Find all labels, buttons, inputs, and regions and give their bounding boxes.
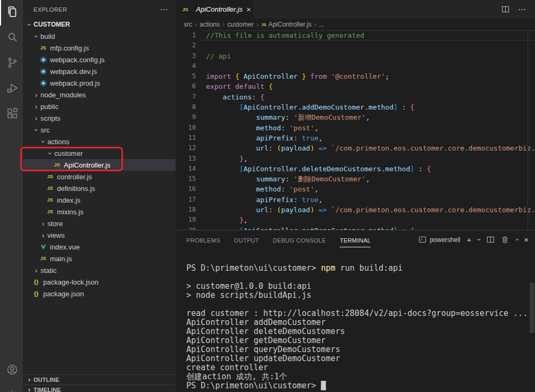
code-text: actions: { [201,92,535,102]
tree-item-label: node_modules [40,91,86,99]
code-line-11: 11 apiPrefix: true, [176,133,535,143]
code-line-2: 2 [176,40,535,51]
tab-close-icon[interactable]: × [246,5,251,14]
line-number: 8 [176,102,201,112]
tree-item-mfp-config-js[interactable]: JSmfp.config.js [23,42,176,54]
activitybar-extensions[interactable] [0,102,23,128]
tree-item-label: src [40,126,50,134]
split-terminal-icon[interactable] [487,236,495,244]
line-number: 15 [176,174,201,184]
tree-item-public[interactable]: ›public [23,101,176,112]
tree-item-mixins-js[interactable]: JSmixins.js [23,206,176,218]
tree-item-src[interactable]: ›src [23,124,176,136]
tree-item-label: index.js [57,196,80,204]
terminal-shell-selector[interactable]: powershell [418,236,460,244]
terminal-line-10: ApiController queryDemoCustomers [186,345,528,354]
code-editor[interactable]: 1//This file is automatically generated2… [176,30,535,230]
breadcrumb-item-[interactable]: ... [319,21,324,28]
tree-item-label: build [40,32,55,40]
tree-item-customer[interactable]: ›CUSTOMER [23,19,176,30]
chevron-expanded-icon: › [46,149,54,157]
terminal-scrollbar[interactable] [530,282,534,333]
activitybar-run-debug[interactable] [0,77,23,102]
explorer-more-actions-icon[interactable]: ⋯ [160,5,168,14]
webpack-file-icon [39,79,47,87]
more-actions-icon[interactable]: ⋯ [518,5,526,14]
breadcrumb-item-actions[interactable]: actions [200,21,220,28]
terminal-output[interactable]: PS D:\primeton\ui\customer> npm run buil… [186,264,528,392]
tree-item-package-json[interactable]: {}package.json [23,288,176,299]
files-icon [6,5,19,20]
line-number: 4 [176,61,201,71]
tree-item-webpack-dev-js[interactable]: webpack.dev.js [23,65,176,77]
code-text: //This file is automatically generated [201,30,535,40]
code-line-4: 4 [176,61,535,71]
tree-item-main-js[interactable]: JSmain.js [23,253,176,264]
chevron-collapsed-icon: › [39,231,47,239]
tree-item-label: webpack.prod.js [50,79,100,87]
tree-item-controller-js[interactable]: JScontroller.js [23,171,176,182]
breadcrumb-separator-icon: › [223,21,225,28]
panel-tab-output[interactable]: OUTPUT [234,232,259,247]
code-line-6: 6export default { [176,81,535,91]
kill-terminal-icon[interactable] [501,236,509,244]
terminal-line-12: create controller [186,363,528,372]
tree-item-label: main.js [50,255,72,263]
tree-item-node-modules[interactable]: ›node_modules [23,89,176,101]
activitybar-source-control[interactable] [0,51,23,77]
tree-item-definitions-js[interactable]: JSdefinitions.js [23,182,176,194]
tree-item-index-js[interactable]: JSindex.js [23,194,176,206]
tree-item-label: mixins.js [57,208,84,216]
tree-item-static[interactable]: ›static [23,264,176,276]
chevron-collapsed-icon: › [32,91,40,99]
activitybar-settings[interactable] [0,383,23,392]
code-text: method: 'post', [201,123,535,133]
code-text: apiPrefix: true, [201,195,535,205]
split-editor-icon[interactable] [501,5,509,13]
terminal-line-5 [186,300,528,309]
tree-item-label: package-lock.json [43,278,98,286]
tree-item-apicontroller-js[interactable]: JSApiController.js [23,159,176,171]
terminal-dropdown-icon[interactable]: › [478,236,480,244]
tab-apicontroller-js[interactable]: JS ApiController.js × [176,0,253,19]
tree-item-index-vue[interactable]: index.vue [23,241,176,253]
timeline-section[interactable]: › TIMELINE [23,385,176,392]
code-text: summary: '删除DemoCustomer', [201,174,535,184]
tree-item-webpack-prod-js[interactable]: webpack.prod.js [23,77,176,89]
tree-item-webpack-config-js[interactable]: webpack.config.js [23,54,176,65]
breadcrumb-item-customer[interactable]: customer [227,21,253,28]
js-file-icon: JS [39,254,47,263]
tree-item-package-lock-json[interactable]: {}package-lock.json [23,276,176,288]
outline-section[interactable]: › OUTLINE [23,374,176,385]
line-number: 5 [176,71,201,81]
panel-tab-terminal[interactable]: TERMINAL [340,232,371,247]
panel-tab-problems[interactable]: PROBLEMS [186,232,220,247]
breadcrumb-item-apicontroller-js[interactable]: ApiController.js [268,21,311,28]
tree-item-actions[interactable]: ›actions [23,136,176,147]
tree-item-store[interactable]: ›store [23,218,176,229]
webpack-file-icon [39,67,47,76]
breadcrumb-separator-icon: › [256,21,258,28]
tree-item-customer[interactable]: ›customer [23,147,176,159]
code-text: // api [201,51,535,61]
chevron-expanded-icon: › [26,20,34,29]
new-terminal-icon[interactable]: + [467,235,472,244]
activitybar-explorer[interactable] [0,0,23,26]
close-panel-icon[interactable]: × [524,235,529,244]
activitybar-search[interactable] [0,26,23,51]
tree-item-views[interactable]: ›views [23,229,176,241]
breadcrumb-item-src[interactable]: src [184,21,192,28]
maximize-panel-icon[interactable]: › [515,236,517,244]
js-file-icon: JS [46,184,54,193]
chevron-collapsed-icon: › [32,114,40,122]
code-line-10: 10 method: 'post', [176,123,535,133]
code-text: [ApiController.getDemoCustomer.method] :… [201,226,535,230]
line-number: 14 [176,164,201,174]
tree-item-scripts[interactable]: ›scripts [23,112,176,124]
terminal-line-7: ApiController addDemoCustomer [186,318,528,327]
activitybar-account[interactable] [0,358,23,383]
code-line-20: 20 [ApiController.getDemoCustomer.method… [176,226,535,230]
js-file-icon: JS [46,207,54,216]
tree-item-build[interactable]: ›build [23,30,176,42]
panel-tab-debug-console[interactable]: DEBUG CONSOLE [273,232,326,247]
